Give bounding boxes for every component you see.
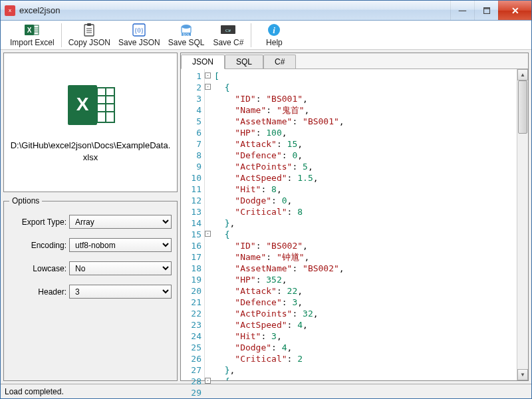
- encoding-label: Encoding:: [9, 241, 69, 250]
- lowcase-select[interactable]: No: [69, 261, 172, 275]
- tab-sql[interactable]: SQL: [225, 55, 263, 68]
- help-button[interactable]: i Help: [254, 21, 294, 49]
- separator: [251, 23, 251, 47]
- minimize-button[interactable]: ─: [450, 1, 474, 20]
- svg-text:X: X: [27, 27, 32, 34]
- svg-text:C#: C#: [225, 28, 231, 33]
- app-window: x excel2json ─ ✕ X Import Excel Copy JSO…: [0, 0, 532, 399]
- right-pane: JSON SQL C# 1-2-3456789101112131415-1617…: [180, 53, 529, 381]
- code-editor[interactable]: 1-2-3456789101112131415-1617181920212223…: [181, 69, 528, 380]
- save-json-label: Save JSON: [118, 38, 160, 47]
- save-sql-label: Save SQL: [168, 38, 205, 47]
- scroll-down-button[interactable]: ▼: [517, 369, 528, 380]
- excel-icon: X: [25, 23, 39, 37]
- excel-large-icon: X: [64, 81, 117, 129]
- lowcase-label: Lowcase:: [9, 264, 69, 273]
- json-icon: {0}: [132, 23, 146, 37]
- window-controls: ─ ✕: [450, 1, 531, 20]
- options-legend: Options: [9, 196, 42, 205]
- svg-text:{0}: {0}: [134, 27, 144, 34]
- svg-rect-9: [87, 23, 91, 26]
- encoding-select[interactable]: utf8-nobom: [69, 238, 172, 252]
- status-bar: Load completed.: [1, 384, 531, 398]
- info-icon: i: [267, 23, 281, 37]
- csharp-icon: C#: [221, 23, 235, 37]
- tab-csharp[interactable]: C#: [263, 55, 296, 68]
- close-button[interactable]: ✕: [498, 1, 531, 20]
- titlebar[interactable]: x excel2json ─ ✕: [1, 1, 531, 21]
- maximize-button[interactable]: [474, 1, 498, 20]
- line-gutter: 1-2-3456789101112131415-1617181920212223…: [181, 69, 205, 380]
- export-type-label: Export Type:: [9, 217, 69, 227]
- tab-json[interactable]: JSON: [181, 55, 225, 69]
- save-json-button[interactable]: {0} Save JSON: [114, 21, 164, 49]
- svg-text:i: i: [273, 25, 276, 35]
- import-excel-button[interactable]: X Import Excel: [6, 21, 59, 49]
- options-group: Options Export Type: Array Encoding: utf…: [3, 196, 178, 381]
- save-sql-button[interactable]: SQL Save SQL: [164, 21, 209, 49]
- clipboard-icon: [83, 23, 95, 37]
- save-csharp-label: Save C#: [213, 38, 243, 47]
- svg-text:SQL: SQL: [183, 33, 190, 37]
- scroll-thumb[interactable]: [518, 80, 527, 134]
- status-text: Load completed.: [5, 387, 64, 396]
- header-select[interactable]: 3: [69, 285, 172, 299]
- sql-icon: SQL: [180, 23, 193, 37]
- window-title: excel2json: [19, 5, 450, 15]
- svg-point-15: [182, 25, 191, 29]
- export-type-select[interactable]: Array: [69, 215, 172, 229]
- svg-text:X: X: [76, 94, 89, 114]
- help-label: Help: [266, 38, 283, 47]
- left-pane: X D:\GitHub\excel2json\Docs\ExampleData.…: [3, 53, 178, 381]
- toolbar: X Import Excel Copy JSON {0} Save JSON S…: [1, 21, 531, 50]
- header-label: Header:: [9, 287, 69, 297]
- tab-bar: JSON SQL C#: [181, 53, 528, 69]
- import-excel-label: Import Excel: [10, 38, 55, 47]
- save-csharp-button[interactable]: C# Save C#: [208, 21, 248, 49]
- code-content[interactable]: [ { "ID": "BS001", "Name": "鬼首", "AssetN…: [205, 69, 517, 380]
- content-area: X D:\GitHub\excel2json\Docs\ExampleData.…: [1, 50, 531, 384]
- separator: [61, 23, 62, 47]
- scroll-up-button[interactable]: ▲: [517, 69, 528, 80]
- copy-json-label: Copy JSON: [68, 38, 110, 47]
- app-icon: x: [5, 5, 15, 16]
- copy-json-button[interactable]: Copy JSON: [65, 21, 114, 49]
- file-drop-box[interactable]: X D:\GitHub\excel2json\Docs\ExampleData.…: [3, 53, 178, 192]
- file-path-label: D:\GitHub\excel2json\Docs\ExampleData.xl…: [9, 140, 172, 164]
- vertical-scrollbar[interactable]: ▲ ▼: [517, 69, 528, 380]
